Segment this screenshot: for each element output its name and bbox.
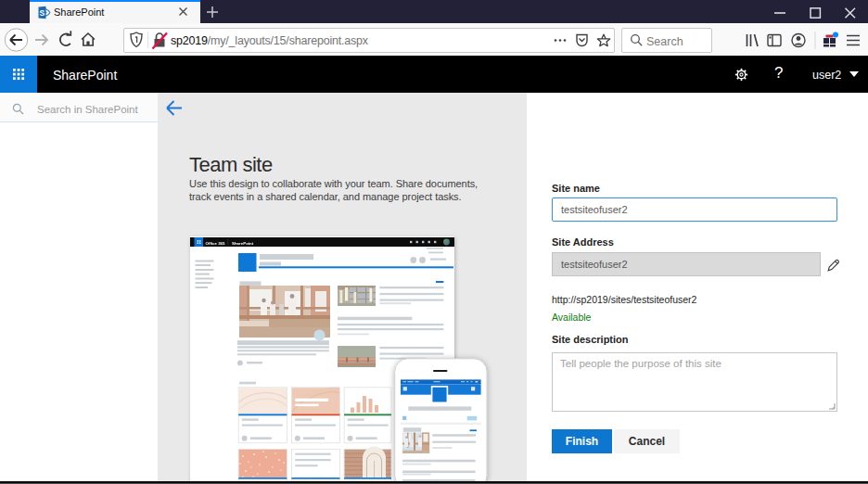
svg-text:Office 365: Office 365 bbox=[206, 241, 226, 246]
svg-text:S: S bbox=[40, 8, 45, 18]
svg-text:SharePoint: SharePoint bbox=[232, 241, 254, 246]
